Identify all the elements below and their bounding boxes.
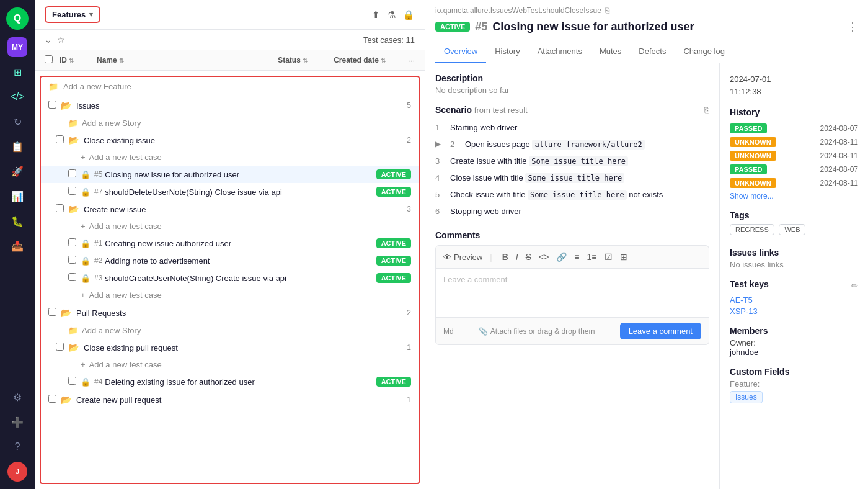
table-header: ID ⇅ Name ⇅ Status ⇅ Created date ⇅ ··· [35,50,425,71]
show-more-history[interactable]: Show more... [730,192,858,200]
checklist-tool[interactable]: ☑ [602,251,615,263]
group-issues-row[interactable]: 📂 Issues 5 [41,96,418,115]
sub-story-close-issue-row[interactable]: 📂 Close existing issue 2 [41,132,418,149]
workspace-avatar[interactable]: MY [7,37,27,57]
comment-textarea[interactable]: Leave a comment [435,268,709,318]
sub-story-close-issue-checkbox[interactable] [56,135,64,143]
history-date-3: 2024-08-11 [820,151,858,160]
history-badge-5: UNKNOWN [730,178,776,188]
sidebar-icon-inbox[interactable]: 📥 [7,236,27,256]
main-area: Features ▾ ⬆ ⚗ 🔒 ⌄ ☆ Test cases: 11 ID ⇅… [35,0,868,489]
test-1-checkbox[interactable] [68,238,76,246]
sidebar-icon-bug[interactable]: 🐛 [7,211,27,231]
test-row-5[interactable]: 🔒 #5 Closing new issue for authorized us… [41,166,418,183]
test-2-checkbox[interactable] [68,256,76,264]
test-row-4[interactable]: 🔒 #4 Deleting existing issue for authori… [41,373,418,390]
sub-story-create-issue-checkbox[interactable] [56,204,64,212]
sub-story-close-pr-checkbox[interactable] [56,343,64,351]
code-tool[interactable]: <> [536,251,551,263]
sidebar-icon-dashboard[interactable]: ⊞ [7,62,27,82]
test-7-checkbox[interactable] [68,187,76,195]
test-row-1[interactable]: 🔒 #1 Creating new issue authorized user … [41,235,418,252]
tab-overview[interactable]: Overview [435,40,486,63]
add-feature-label: Add a new Feature [63,82,131,91]
test-4-checkbox[interactable] [68,377,76,385]
group-pr-checkbox[interactable] [48,308,56,316]
ul-tool[interactable]: ≡ [572,251,582,263]
test-5-name: Closing new issue for authorized user [105,170,376,179]
leave-comment-button[interactable]: Leave a comment [620,323,701,339]
sort-date-icon[interactable]: ⇅ [381,57,386,64]
test-3-checkbox[interactable] [68,273,76,281]
app-logo[interactable]: Q [6,7,29,30]
star-icon[interactable]: ☆ [57,35,65,45]
tab-attachments[interactable]: Attachments [529,40,591,63]
sort-id-icon[interactable]: ⇅ [69,57,74,64]
copy-breadcrumb-icon[interactable]: ⎘ [605,6,609,15]
test-5-checkbox[interactable] [68,169,76,177]
collapse-icon[interactable]: ⌄ [45,35,52,45]
tag-web[interactable]: WEB [779,224,805,235]
copy-scenario-icon[interactable]: ⎘ [704,105,709,115]
tab-history[interactable]: History [486,40,528,63]
add-test-close-issue-row[interactable]: + Add a new test case [41,149,418,166]
add-test-close-pr-row[interactable]: + Add a new test case [41,356,418,373]
group-pull-requests-row[interactable]: 📂 Pull Requests 2 [41,303,418,322]
sort-status-icon[interactable]: ⇅ [303,57,308,64]
tab-defects[interactable]: Defects [630,40,675,63]
sidebar-icon-chart[interactable]: 📊 [7,186,27,206]
sidebar-icon-clipboard[interactable]: 📋 [7,137,27,156]
group-issues-checkbox[interactable] [48,101,56,109]
features-label: Features [52,10,86,19]
link-tool[interactable]: 🔗 [554,251,569,263]
test-key-xsp[interactable]: XSP-13 [730,307,858,316]
tab-changelog[interactable]: Change log [675,40,733,63]
features-dropdown-button[interactable]: Features ▾ [45,6,100,23]
upload-icon[interactable]: ⬆ [372,9,380,20]
italic-tool[interactable]: I [513,251,521,263]
comment-footer: Md 📎 Attach files or drag & drop them Le… [435,318,709,345]
sort-name-icon[interactable]: ⇅ [119,57,124,64]
sidebar-icon-help[interactable]: ? [7,437,27,457]
group-create-pr-checkbox[interactable] [48,395,56,403]
more-columns-icon[interactable]: ··· [408,56,415,65]
sidebar-icon-settings[interactable]: ⚙ [7,387,27,407]
sidebar-icon-refresh[interactable]: ↻ [7,112,27,132]
add-test-create-issue-bottom-row[interactable]: + Add a new test case [41,287,418,303]
lock-icon[interactable]: 🔒 [403,9,415,20]
sub-story-create-issue-row[interactable]: 📂 Create new issue 3 [41,200,418,218]
ol-tool[interactable]: 1≡ [585,251,600,263]
user-avatar[interactable]: J [7,462,27,482]
bold-tool[interactable]: B [500,251,511,263]
sidebar-icon-rocket[interactable]: 🚀 [7,161,27,181]
tag-regress[interactable]: REGRESS [730,224,774,235]
test-row-2[interactable]: 🔒 #2 Adding note to advertisement ACTIVE [41,252,418,269]
sub-story-close-pr-row[interactable]: 📂 Close existing pull request 1 [41,339,418,356]
add-test-label: Add a new test case [89,153,162,162]
more-options-button[interactable]: ⋮ [847,20,858,34]
table-tool[interactable]: ⊞ [618,251,630,263]
sidebar-icon-code[interactable]: </> [7,87,27,107]
preview-button[interactable]: 👁 Preview [443,253,482,262]
group-create-pr-row[interactable]: 📂 Create new pull request 1 [41,390,418,409]
add-test-create-issue-row[interactable]: + Add a new test case [41,218,418,235]
add-test-label: Add a new test case [89,360,162,369]
tags-section: Tags REGRESS WEB [730,210,858,238]
history-item-5: UNKNOWN 2024-08-11 [730,178,858,188]
history-date-2: 2024-08-11 [820,138,858,146]
select-all-checkbox[interactable] [45,55,53,63]
add-story-pr-row[interactable]: 📁 Add a new Story [41,322,418,339]
test-case-icon: 🔒 [81,377,91,387]
step-2-toggle[interactable]: ▶ [435,140,445,148]
test-3-status-badge: ACTIVE [376,273,411,283]
add-story-issues-row[interactable]: 📁 Add a new Story [41,115,418,132]
test-row-7[interactable]: 🔒 #7 shouldDeleteUserNote(String) Close … [41,183,418,200]
tab-mutes[interactable]: Mutes [591,40,630,63]
strikethrough-tool[interactable]: S [523,251,534,263]
test-key-ae[interactable]: AE-T5 [730,295,858,305]
test-row-3[interactable]: 🔒 #3 shouldCreateUserNote(String) Create… [41,269,418,287]
add-feature-row[interactable]: 📁 Add a new Feature [41,77,418,96]
edit-test-keys-icon[interactable]: ✏ [851,281,858,290]
filter-icon[interactable]: ⚗ [388,9,396,20]
sidebar-icon-add[interactable]: ➕ [7,412,27,432]
